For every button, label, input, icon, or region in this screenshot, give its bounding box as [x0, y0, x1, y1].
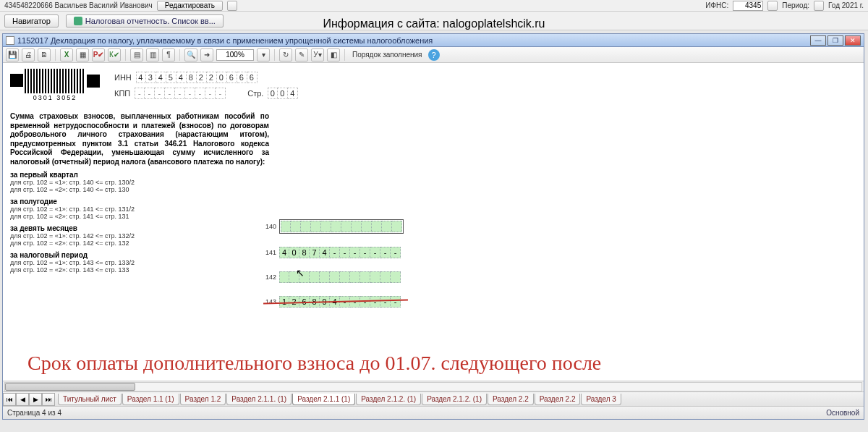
edit-button[interactable]: Редактировать	[157, 1, 223, 11]
status-bar: Страница 4 из 4 Основной	[3, 406, 864, 419]
amount-input-140[interactable]	[281, 221, 402, 232]
tool-icon-1[interactable]: ▤	[130, 48, 143, 62]
sheet-tab[interactable]: Раздел 3	[581, 394, 621, 405]
tool-icon-3[interactable]: ¶	[162, 48, 175, 62]
refresh-icon[interactable]: ↻	[279, 48, 292, 62]
mdi-title-text: 1152017 Декларация по налогу, уплачиваем…	[17, 36, 433, 45]
amount-input-141[interactable]: 40874-------	[279, 247, 401, 258]
open-window-tab[interactable]: Налоговая отчетность. Список вв...	[66, 14, 224, 27]
save-icon[interactable]: 💾	[6, 48, 19, 62]
tool-icon-2[interactable]: ▥	[146, 48, 159, 62]
period-title: за девять месяцев	[10, 224, 856, 232]
page-label: Стр.	[247, 89, 263, 98]
sheet-tab[interactable]: Раздел 2.2	[488, 394, 534, 405]
field-label: 143	[263, 298, 276, 305]
barcode	[25, 69, 85, 93]
zoom-dropdown[interactable]: ▾	[257, 48, 270, 62]
topbar-extra-button[interactable]	[227, 1, 237, 11]
kpp-field[interactable]: ---------	[135, 88, 226, 99]
excel-icon[interactable]: X	[60, 48, 73, 62]
period-title: за налоговый период	[10, 251, 856, 259]
field-label: 140	[263, 223, 276, 230]
amount-input-143[interactable]: 126894------	[279, 296, 401, 308]
field-label: 141	[263, 249, 276, 256]
sheet-tab[interactable]: Раздел 2.1.1. (1)	[226, 394, 292, 405]
export-icon[interactable]: ▦	[76, 48, 89, 62]
document-icon	[74, 17, 82, 25]
sheet-tabbar: ⏮ ◀ ▶ ⏭ Титульный листРаздел 1.1 (1)Разд…	[3, 391, 864, 406]
period-label: Период:	[782, 1, 809, 9]
open-window-label: Налоговая отчетность. Список вв...	[85, 17, 216, 25]
year-label: Год 2021 г.	[828, 1, 864, 9]
period-title: за первый квартал	[10, 171, 856, 179]
status-mode: Основной	[826, 409, 859, 417]
period-title: за полугодие	[10, 198, 856, 206]
help-icon[interactable]: ?	[428, 49, 440, 61]
taxpayer-id: 434548220666 Васильев Василий Иванович	[4, 1, 153, 9]
tool-icon-5[interactable]: У▾	[311, 48, 324, 62]
toolbar: 💾 🖨 🗎 X ▦ P✔ К✔ ▤ ▥ ¶ 🔍 ➜ ▾ ↻ ✎ У▾ ◧ Пор…	[3, 47, 864, 63]
separator	[179, 49, 180, 61]
find-icon[interactable]: 🔍	[184, 48, 197, 62]
ifns-input[interactable]	[733, 1, 763, 11]
horizontal-scrollbar[interactable]	[3, 381, 864, 391]
tool-icon-6[interactable]: ◧	[327, 48, 340, 62]
pdf-icon[interactable]: P✔	[92, 48, 105, 62]
ifns-picker-button[interactable]	[767, 1, 778, 11]
separator	[55, 49, 56, 61]
field-label: 142	[263, 274, 276, 281]
sheet-tab[interactable]: Раздел 1.1 (1)	[122, 394, 179, 405]
form-page: ИНН 434548220666 КПП --------- Стр. 004 …	[3, 63, 864, 390]
sheet-tab[interactable]: Раздел 1.2	[180, 394, 226, 405]
tab-last-button[interactable]: ⏭	[42, 393, 55, 406]
sheet-tab[interactable]: Раздел 2.1.2. (1)	[356, 394, 421, 405]
separator	[274, 49, 275, 61]
preview-icon[interactable]: 🗎	[38, 48, 51, 62]
inn-label: ИНН	[114, 73, 132, 82]
period-picker-button[interactable]	[814, 1, 824, 11]
section-description: Сумма страховых взносов, выплаченных раб…	[10, 112, 269, 166]
check-icon[interactable]: К✔	[108, 48, 121, 62]
tab-prev-button[interactable]: ◀	[16, 393, 29, 406]
periods-block: за первый кварталдля стр. 102 = «1»: стр…	[10, 171, 856, 274]
close-button[interactable]: ✕	[845, 35, 861, 46]
sheet-tab[interactable]: Раздел 2.2	[535, 394, 581, 405]
print-icon[interactable]: 🖨	[22, 48, 35, 62]
sheet-tab[interactable]: Раздел 2.1.2. (1)	[422, 394, 487, 405]
status-page: Страница 4 из 4	[7, 409, 61, 417]
separator	[344, 49, 345, 61]
kpp-label: КПП	[114, 89, 130, 98]
inn-field[interactable]: 434548220666	[136, 72, 258, 83]
sheet-tab[interactable]: Титульный лист	[58, 394, 122, 405]
fill-order-link[interactable]: Порядок заполнения	[349, 51, 425, 59]
amount-input-142[interactable]	[279, 271, 401, 283]
mdi-titlebar: 1152017 Декларация по налогу, уплачиваем…	[3, 34, 864, 47]
tab-next-button[interactable]: ▶	[29, 393, 42, 406]
sheet-tab[interactable]: Раздел 2.1.1 (1)	[292, 394, 355, 405]
maximize-button[interactable]: ❐	[827, 35, 843, 46]
document-icon	[6, 36, 14, 45]
barcode-block	[10, 69, 100, 93]
navigator-button[interactable]: Навигатор	[4, 14, 59, 27]
mdi-window: 1152017 Декларация по налогу, уплачиваем…	[2, 33, 864, 420]
tool-icon-4[interactable]: ✎	[295, 48, 308, 62]
amount-fields: 14014140874-------142143126894------	[263, 219, 404, 321]
ifns-label: ИФНС:	[705, 1, 728, 9]
minimize-button[interactable]: —	[810, 35, 826, 46]
page-number-field: 004	[268, 88, 298, 99]
separator	[125, 49, 126, 61]
tab-first-button[interactable]: ⏮	[3, 393, 16, 406]
zoom-input[interactable]	[216, 49, 254, 61]
goto-icon[interactable]: ➜	[200, 48, 213, 62]
